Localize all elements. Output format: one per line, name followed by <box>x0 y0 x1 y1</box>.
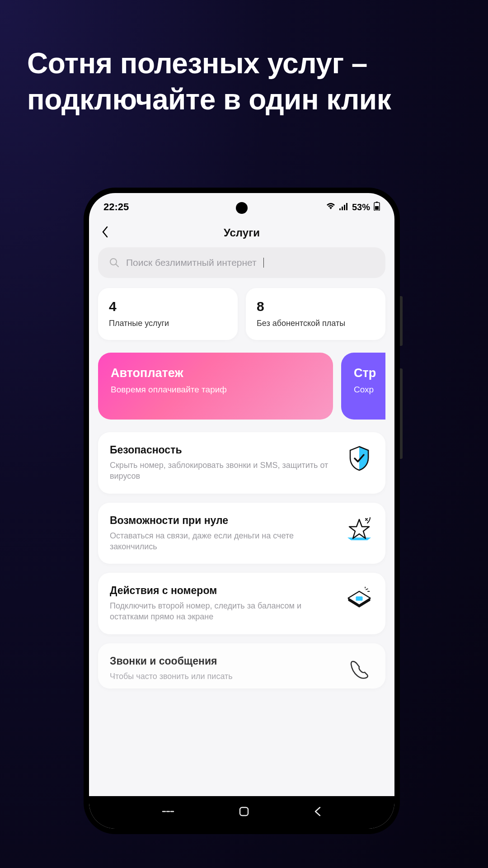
marketing-headline: Сотня полезных услуг – подключайте в оди… <box>27 45 391 118</box>
status-indicators: 53% <box>326 202 380 213</box>
search-placeholder: Поиск безлимитный интернет <box>126 257 257 268</box>
promo-carousel[interactable]: Автоплатеж Вовремя оплачивайте тариф Стр… <box>98 353 385 420</box>
service-card-zero-balance[interactable]: Возможности при нуле Оставаться на связи… <box>98 503 385 564</box>
service-card-number-actions[interactable]: Действия с номером Подключить второй ном… <box>98 573 385 634</box>
headline-line-2: подключайте в один клик <box>27 81 391 118</box>
status-time: 22:25 <box>103 201 129 213</box>
svg-rect-6 <box>375 206 379 210</box>
android-nav-bar <box>89 796 394 829</box>
stat-count: 4 <box>109 299 227 314</box>
app-header: Услуги <box>89 216 394 247</box>
stat-count: 8 <box>257 299 375 314</box>
content-fade <box>89 778 394 796</box>
back-button[interactable] <box>102 226 109 240</box>
nav-recents-icon[interactable] <box>162 806 174 819</box>
svg-rect-2 <box>344 205 345 210</box>
service-title: Безопасность <box>110 444 338 456</box>
stat-card-paid[interactable]: 4 Платные услуги <box>98 288 238 340</box>
text-cursor <box>263 258 264 268</box>
headline-line-1: Сотня полезных услуг – <box>27 45 391 81</box>
nav-back-icon[interactable] <box>314 806 322 819</box>
promo-title: Стр <box>354 366 385 380</box>
nav-home-icon[interactable] <box>239 806 249 819</box>
service-card-security[interactable]: Безопасность Скрыть номер, заблокировать… <box>98 432 385 494</box>
service-title: Возможности при нуле <box>110 514 338 527</box>
promo-subtitle: Сохр <box>354 385 385 395</box>
phone-camera-cutout <box>236 202 248 214</box>
shield-check-icon <box>345 444 374 473</box>
service-title: Звонки и сообщения <box>110 655 338 667</box>
wifi-icon <box>326 202 336 212</box>
phone-screen: 22:25 53% Услуги <box>89 193 394 829</box>
stat-label: Без абонентской платы <box>257 319 375 328</box>
service-title: Действия с номером <box>110 585 338 597</box>
page-title: Услуги <box>102 226 382 239</box>
service-description: Скрыть номер, заблокировать звонки и SMS… <box>110 460 338 482</box>
svg-line-8 <box>116 264 118 267</box>
promo-card-next[interactable]: Стр Сохр <box>341 353 385 420</box>
stat-label: Платные услуги <box>109 319 227 328</box>
svg-rect-13 <box>240 807 248 816</box>
signal-icon <box>339 202 348 212</box>
svg-rect-3 <box>346 203 347 210</box>
star-icon <box>345 514 374 543</box>
svg-rect-1 <box>342 207 343 210</box>
promo-title: Автоплатеж <box>111 366 320 380</box>
service-description: Чтобы часто звонить или писать <box>110 671 338 682</box>
service-card-calls-messages[interactable]: Звонки и сообщения Чтобы часто звонить и… <box>98 643 385 689</box>
battery-icon <box>374 202 380 213</box>
battery-percent: 53% <box>352 202 370 212</box>
promo-card-autopay[interactable]: Автоплатеж Вовремя оплачивайте тариф <box>98 353 333 420</box>
promo-subtitle: Вовремя оплачивайте тариф <box>111 385 320 395</box>
service-description: Оставаться на связи, даже если деньги на… <box>110 530 338 552</box>
stat-card-free[interactable]: 8 Без абонентской платы <box>246 288 385 340</box>
svg-rect-0 <box>339 208 341 210</box>
phone-side-button <box>400 296 403 346</box>
sim-card-icon <box>345 585 374 613</box>
phone-side-button <box>400 368 403 459</box>
svg-rect-9 <box>356 597 362 601</box>
phone-icon <box>345 655 374 684</box>
service-description: Подключить второй номер, следить за бала… <box>110 600 338 623</box>
search-input[interactable]: Поиск безлимитный интернет <box>98 247 385 278</box>
phone-mockup-frame: 22:25 53% Услуги <box>84 188 400 834</box>
search-icon <box>109 257 120 268</box>
